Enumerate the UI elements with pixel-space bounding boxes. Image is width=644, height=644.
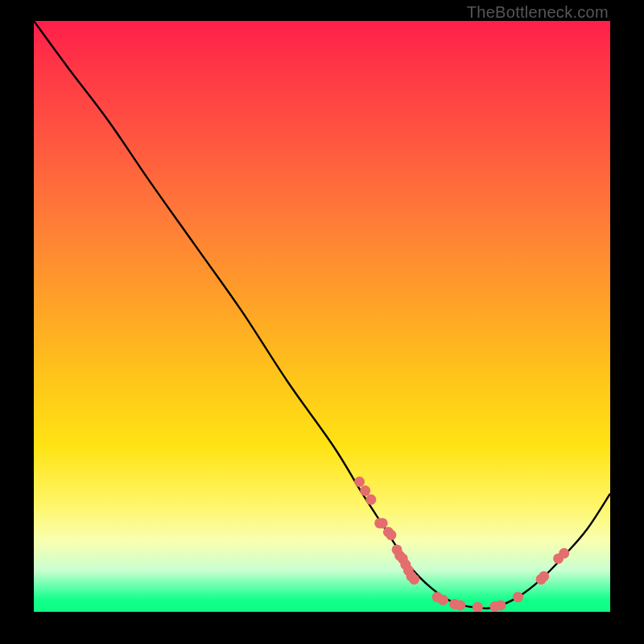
bottleneck-curve [34,21,610,609]
curve-group [34,21,610,612]
highlight-dot [365,494,376,505]
watermark-text: TheBottleneck.com [467,3,609,22]
highlight-dots [354,477,569,612]
chart-frame: TheBottleneck.com [0,0,644,644]
highlight-dot [409,574,419,584]
chart-svg [34,21,610,612]
highlight-dot [354,477,365,487]
highlight-dot [438,595,448,605]
highlight-dot [539,571,549,581]
highlight-dot [495,600,506,610]
highlight-dot [559,548,569,559]
highlight-dot [455,600,465,610]
highlight-dot [378,518,388,528]
highlight-dot [513,592,523,602]
highlight-dot [360,485,370,496]
highlight-dot [386,530,396,540]
highlight-dot [473,602,483,612]
plot-area [34,21,610,612]
